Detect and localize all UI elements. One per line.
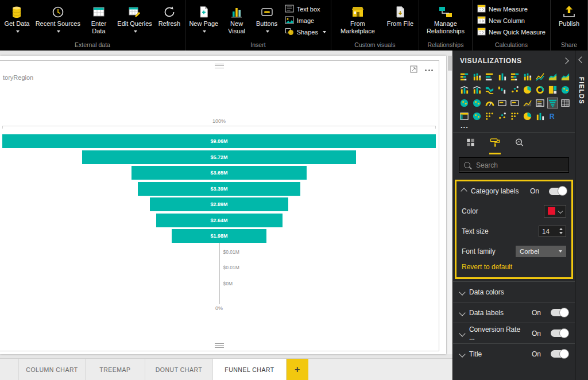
publish-button[interactable]: Publish <box>552 0 586 28</box>
viz-icon-pie-chart[interactable] <box>522 84 533 95</box>
viz-icon-treemap[interactable] <box>547 84 558 95</box>
viz-icon-stacked-area-chart[interactable] <box>560 71 571 82</box>
viz-icon-shape-map[interactable] <box>471 98 482 108</box>
format-search-box[interactable] <box>459 157 569 173</box>
viz-icon-r-script-visual[interactable]: R <box>547 111 558 122</box>
page-tab-funnel-chart[interactable]: FUNNEL CHART <box>213 359 287 380</box>
viz-icon-filled-map[interactable] <box>459 98 470 108</box>
viz-icon-slicer[interactable] <box>535 98 546 108</box>
buttons-label: Buttons <box>256 20 277 27</box>
expand-pane-chevron-icon[interactable] <box>578 56 585 63</box>
viz-icon-line-chart[interactable] <box>535 71 546 82</box>
funnel-bar[interactable]: $5.72M <box>82 150 356 164</box>
funnel-bar[interactable]: $9.06M <box>2 134 436 148</box>
viz-icon-gauge[interactable] <box>484 98 495 108</box>
viz-icon-kpi[interactable] <box>522 98 533 108</box>
new-column-button[interactable]: New Column <box>477 15 546 26</box>
viz-icon-card[interactable] <box>497 98 508 108</box>
tab-analytics[interactable] <box>514 138 524 154</box>
viz-icon-100-stacked-column-chart[interactable] <box>522 71 533 82</box>
text-box-button[interactable]: Text box <box>285 3 326 15</box>
funnel-bar[interactable]: $1.98M <box>172 229 266 243</box>
viz-icon-clustered-bar-chart[interactable] <box>484 71 495 82</box>
edit-queries-button[interactable]: Edit Queries <box>114 0 155 35</box>
page-tab-treemap[interactable]: TREEMAP <box>86 359 145 380</box>
add-page-button[interactable]: + <box>287 359 308 380</box>
new-page-button[interactable]: New Page <box>187 0 221 35</box>
shapes-button[interactable]: Shapes <box>285 26 326 38</box>
viz-icon-stacked-bar-chart[interactable] <box>459 71 470 82</box>
viz-icon-line-and-clustered-column-chart[interactable] <box>459 84 470 95</box>
new-visual-button[interactable]: New Visual <box>221 0 253 35</box>
viz-icon-donut-chart[interactable] <box>535 84 546 95</box>
section-conversion-rate[interactable]: Conversion Rate ... On <box>453 323 575 343</box>
recent-sources-button[interactable]: Recent Sources <box>33 0 83 35</box>
search-input[interactable] <box>475 161 564 170</box>
focus-mode-button[interactable] <box>410 65 417 75</box>
viz-icon-ribbon-chart[interactable] <box>484 84 495 95</box>
manage-relationships-button[interactable]: Manage Relationships <box>420 0 471 35</box>
viz-icon-table[interactable] <box>560 98 571 108</box>
section-title-setting[interactable]: Title On <box>453 343 575 364</box>
buttons-button[interactable]: Buttons <box>253 0 281 35</box>
viz-icon-100-stacked-bar-chart[interactable] <box>509 71 520 82</box>
drag-handle-icon[interactable] <box>215 64 224 68</box>
viz-icon-area-chart[interactable] <box>547 71 558 82</box>
viz-icon-stacked-column-chart[interactable] <box>471 71 482 82</box>
decrement-arrow-icon[interactable] <box>559 232 563 234</box>
color-picker-dropdown[interactable] <box>544 205 566 218</box>
data-labels-toggle[interactable] <box>551 309 568 316</box>
tab-format[interactable] <box>489 138 501 154</box>
from-file-button[interactable]: From File <box>383 0 417 28</box>
viz-icon-funnel-chart[interactable] <box>547 98 558 108</box>
category-labels-toggle[interactable] <box>549 188 566 195</box>
viz-icon-dot-plot[interactable] <box>484 111 495 122</box>
viz-icon-matrix[interactable] <box>459 111 470 122</box>
section-data-labels[interactable]: Data labels On <box>453 302 575 323</box>
funnel-chart-visual[interactable]: toryRegion 100% $9.06M$5.72M$3.65M$3.39M… <box>0 60 439 351</box>
viz-icon-custom-visual-4[interactable] <box>535 111 546 122</box>
font-family-dropdown[interactable]: Corbel <box>516 246 566 257</box>
text-box-label: Text box <box>297 6 320 13</box>
page-tab-donut-chart[interactable]: DONUT CHART <box>145 359 213 380</box>
title-toggle[interactable] <box>551 350 568 358</box>
funnel-chart-area: 100% $9.06M$5.72M$3.65M$3.39M$2.89M$2.64… <box>2 118 436 311</box>
viz-icon-custom-visual-1[interactable] <box>497 111 508 122</box>
more-visuals-button[interactable]: ... <box>453 123 575 132</box>
collapse-pane-chevron-icon[interactable] <box>562 57 568 64</box>
conversion-rate-toggle[interactable] <box>551 329 568 337</box>
increment-arrow-icon[interactable] <box>559 228 563 230</box>
funnel-bar[interactable]: $3.65M <box>131 166 306 180</box>
canvas-scrollbar[interactable] <box>447 56 452 354</box>
visual-more-options-button[interactable] <box>425 69 433 71</box>
new-measure-button[interactable]: New Measure <box>477 3 546 15</box>
viz-icon-clustered-column-chart[interactable] <box>497 71 508 82</box>
viz-icon-custom-visual-3[interactable] <box>522 111 533 122</box>
text-size-stepper[interactable]: 14 <box>539 226 566 237</box>
section-category-labels[interactable]: Category labels On <box>457 181 571 201</box>
funnel-bar[interactable]: $3.39M <box>138 182 300 196</box>
funnel-bar[interactable]: $2.89M <box>150 197 288 211</box>
viz-icon-map[interactable] <box>560 84 571 95</box>
from-marketplace-button[interactable]: From Marketplace <box>332 0 383 35</box>
page-tab-column-chart[interactable]: COLUMN CHART <box>18 359 86 380</box>
get-data-button[interactable]: Get Data <box>1 0 33 35</box>
viz-icon-multi-row-card[interactable] <box>509 98 520 108</box>
revert-to-default-link[interactable]: Revert to default <box>457 261 571 277</box>
new-quick-measure-button[interactable]: New Quick Measure <box>477 26 546 38</box>
viz-icon-custom-visual-2[interactable] <box>509 111 520 122</box>
drag-handle-icon[interactable] <box>215 343 224 348</box>
viz-icon-waterfall-chart[interactable] <box>497 84 508 95</box>
scrollbar-thumb[interactable] <box>448 56 452 71</box>
search-icon <box>464 162 470 168</box>
viz-icon-scatter-chart[interactable] <box>509 84 520 95</box>
enter-data-button[interactable]: Enter Data <box>83 0 115 35</box>
viz-icon-line-and-stacked-column-chart[interactable] <box>471 84 482 95</box>
viz-icon-arcgis-map[interactable] <box>471 111 482 122</box>
tab-fields[interactable] <box>466 138 475 154</box>
axis-max-label: 100% <box>2 118 436 124</box>
section-data-colors[interactable]: Data colors <box>453 281 575 302</box>
image-button[interactable]: Image <box>285 15 326 26</box>
funnel-bar[interactable]: $2.64M <box>156 214 283 227</box>
refresh-button[interactable]: Refresh <box>155 0 184 28</box>
